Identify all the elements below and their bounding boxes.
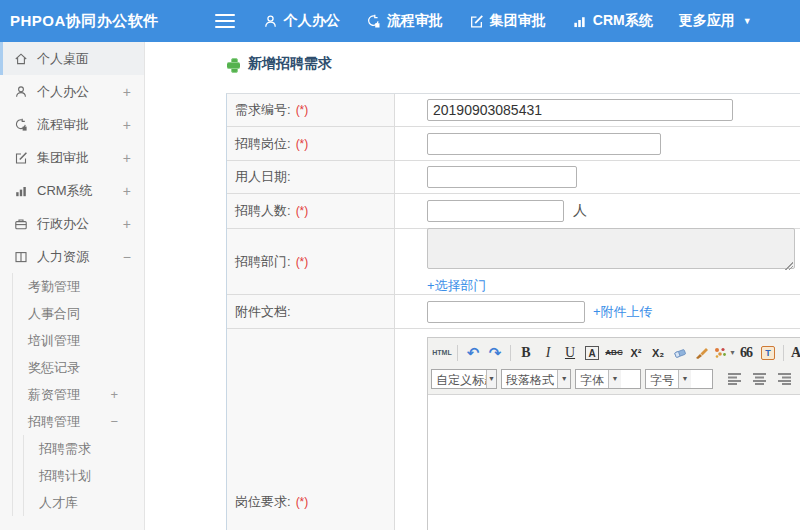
- nav-workflow-approval[interactable]: 流程审批: [366, 12, 443, 30]
- app-logo: PHPOA协同办公软件: [0, 12, 159, 31]
- chart-icon: [572, 14, 587, 29]
- sidebar-item-recruitment[interactable]: 招聘管理−: [13, 408, 144, 435]
- superscript-button[interactable]: X²: [625, 342, 647, 363]
- page-title: 新增招聘需求: [227, 55, 800, 73]
- strikethrough-button[interactable]: ABC: [603, 342, 625, 363]
- bold-button[interactable]: B: [515, 342, 537, 363]
- nav-crm-system[interactable]: CRM系统: [572, 12, 653, 30]
- undo-icon[interactable]: ↶: [462, 342, 484, 363]
- field-label: 岗位要求:: [235, 493, 291, 511]
- sidebar-item-crm-system[interactable]: CRM系统 +: [0, 174, 144, 207]
- font-family-select[interactable]: 字体 ▼: [575, 369, 641, 389]
- paragraph-format-select[interactable]: 段落格式 ▼: [501, 369, 571, 389]
- align-center-icon[interactable]: [748, 368, 770, 389]
- form-row-date: 用人日期:: [227, 161, 800, 194]
- editor-content-area[interactable]: [428, 395, 800, 530]
- align-right-icon[interactable]: [773, 368, 795, 389]
- editor-toolbar: HTML ↶ ↷ B I U A ABC: [428, 338, 800, 395]
- main-content: 新增招聘需求 需求编号: (*) 招聘岗位: (*): [145, 42, 800, 530]
- sidebar-item-training[interactable]: 培训管理: [13, 327, 144, 354]
- resize-grip-icon[interactable]: [784, 261, 793, 270]
- collapse-minus-icon: −: [123, 249, 131, 265]
- edit-icon: [469, 14, 484, 29]
- menu-toggle-icon[interactable]: [215, 14, 235, 28]
- expand-plus-icon: +: [123, 84, 131, 100]
- edit-icon: [14, 151, 28, 165]
- user-icon: [263, 14, 278, 29]
- expand-plus-icon: +: [123, 150, 131, 166]
- form-row-post: 招聘岗位: (*): [227, 127, 800, 161]
- form-row-attachment: 附件文档: +附件上传: [227, 295, 800, 329]
- sidebar-item-personal-office[interactable]: 个人办公 +: [0, 75, 144, 108]
- sidebar-item-human-resources[interactable]: 人力资源 −: [0, 240, 144, 273]
- blockquote-button[interactable]: 66: [735, 342, 757, 363]
- sidebar-item-talent-pool[interactable]: 人才库: [24, 489, 144, 516]
- field-label: 招聘岗位:: [235, 135, 291, 153]
- collapse-minus-icon: −: [110, 414, 118, 429]
- book-icon: [14, 250, 28, 264]
- attachment-input[interactable]: [427, 301, 585, 323]
- font-size-select[interactable]: 字号 ▼: [645, 369, 713, 389]
- nav-more-apps[interactable]: 更多应用 ▼: [679, 12, 752, 30]
- field-label: 招聘部门:: [235, 253, 291, 271]
- sidebar-item-workflow-approval[interactable]: 流程审批 +: [0, 108, 144, 141]
- caret-down-icon: ▼: [608, 370, 621, 388]
- app-window: PHPOA协同办公软件 个人办公 流程审批 集团审批 CRM系统 更多应用 ▼: [0, 0, 800, 530]
- attachment-upload-link[interactable]: +附件上传: [593, 303, 653, 321]
- eraser-icon[interactable]: [669, 342, 691, 363]
- redo-icon[interactable]: ↷: [484, 342, 506, 363]
- req-no-input[interactable]: [427, 99, 733, 121]
- align-left-icon[interactable]: [723, 368, 745, 389]
- html-source-button[interactable]: HTML: [431, 342, 453, 363]
- paste-icon[interactable]: T: [761, 346, 775, 360]
- sidebar-item-salary[interactable]: 薪资管理+: [13, 381, 144, 408]
- sidebar-item-recruit-plan[interactable]: 招聘计划: [24, 462, 144, 489]
- font-style-button[interactable]: A: [585, 346, 598, 360]
- color-palette-icon[interactable]: ▾: [713, 342, 735, 363]
- count-input[interactable]: [427, 200, 564, 222]
- field-label: 招聘人数:: [235, 202, 291, 220]
- required-mark: (*): [296, 495, 309, 509]
- sidebar-item-desktop[interactable]: 个人桌面: [0, 42, 144, 75]
- form-row-count: 招聘人数: (*) 人: [227, 194, 800, 229]
- caret-down-icon: ▾: [730, 348, 734, 357]
- add-icon: [227, 58, 240, 71]
- underline-button[interactable]: U: [559, 342, 581, 363]
- font-color-button[interactable]: A ▾: [788, 342, 800, 363]
- required-mark: (*): [296, 255, 309, 269]
- sidebar-item-recruit-demand[interactable]: 招聘需求: [24, 435, 144, 462]
- hr-submenu: 考勤管理 人事合同 培训管理 奖惩记录 薪资管理+ 招聘管理− 招聘需求 招聘计…: [12, 273, 144, 516]
- nav-group-approval[interactable]: 集团审批: [469, 12, 546, 30]
- sidebar-item-administration[interactable]: 行政办公 +: [0, 207, 144, 240]
- date-input[interactable]: [427, 166, 577, 188]
- sidebar-item-attendance[interactable]: 考勤管理: [13, 273, 144, 300]
- workflow-icon: [14, 118, 28, 132]
- chart-icon: [14, 184, 28, 198]
- italic-button[interactable]: I: [537, 342, 559, 363]
- sidebar-item-hr-contract[interactable]: 人事合同: [13, 300, 144, 327]
- nav-personal-office[interactable]: 个人办公: [263, 12, 340, 30]
- required-mark: (*): [296, 137, 309, 151]
- caret-down-icon: ▼: [678, 370, 691, 388]
- subscript-button[interactable]: X₂: [647, 342, 669, 363]
- select-dept-link[interactable]: +选择部门: [427, 277, 487, 295]
- top-bar: PHPOA协同办公软件 个人办公 流程审批 集团审批 CRM系统 更多应用 ▼: [0, 0, 800, 42]
- dept-textarea[interactable]: [427, 228, 795, 269]
- sidebar-item-group-approval[interactable]: 集团审批 +: [0, 141, 144, 174]
- expand-plus-icon: +: [123, 183, 131, 199]
- recruitment-submenu: 招聘需求 招聘计划 人才库: [23, 435, 144, 516]
- expand-plus-icon: +: [123, 117, 131, 133]
- sidebar: 个人桌面 个人办公 + 流程审批 + 集团审批 + CRM系统 +: [0, 42, 145, 530]
- caret-down-icon: ▼: [486, 370, 496, 388]
- sidebar-item-rewards[interactable]: 奖惩记录: [13, 354, 144, 381]
- top-nav: 个人办公 流程审批 集团审批 CRM系统 更多应用 ▼: [263, 12, 778, 30]
- caret-down-icon: ▼: [743, 16, 752, 26]
- workflow-icon: [366, 14, 381, 29]
- home-icon: [14, 52, 28, 66]
- form-row-req-no: 需求编号: (*): [227, 94, 800, 127]
- heading-select[interactable]: 自定义标题 ▼: [431, 369, 497, 389]
- post-input[interactable]: [427, 133, 661, 155]
- expand-plus-icon: +: [123, 216, 131, 232]
- required-mark: (*): [296, 103, 309, 117]
- format-brush-icon[interactable]: [691, 342, 713, 363]
